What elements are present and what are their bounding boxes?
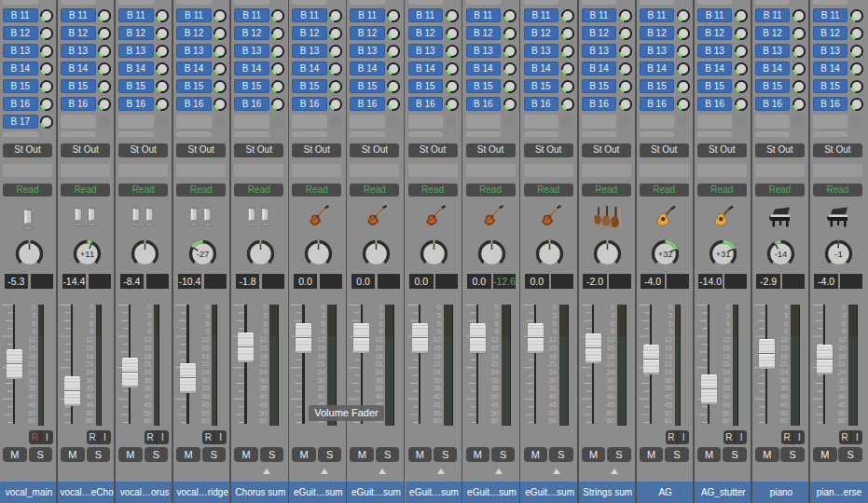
svg-text:-27: -27 xyxy=(196,249,209,259)
svg-text:+11: +11 xyxy=(79,249,93,259)
svg-text:+32: +32 xyxy=(658,249,673,259)
svg-text:+31: +31 xyxy=(716,249,731,259)
svg-text:-1: -1 xyxy=(835,249,843,259)
svg-text:-14: -14 xyxy=(775,249,788,259)
